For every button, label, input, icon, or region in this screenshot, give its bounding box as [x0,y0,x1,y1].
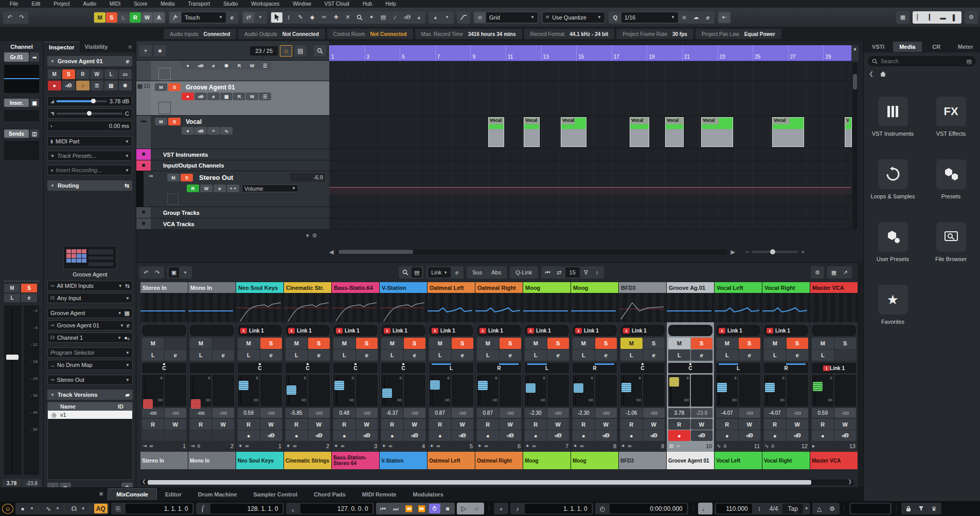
hand-tool[interactable]: ✦ [366,12,377,23]
strip-read-button[interactable]: R [333,419,355,430]
peak-value[interactable]: -oo [452,408,474,418]
punch-in-icon[interactable]: ◕ [495,504,507,513]
strip-solo-button[interactable]: S [691,338,713,349]
goto-next-marker-button[interactable]: ⏭ [390,504,402,513]
strip-read-button[interactable]: R [142,419,164,430]
mix-undo-button[interactable]: ↶ [141,267,151,278]
strip-listen-button[interactable]: L [525,349,547,361]
strip-fader[interactable]: 600 [668,375,690,407]
strip-monitor-button[interactable]: ◃Ɵ [595,430,617,441]
fader-cap[interactable] [430,380,440,390]
media-tile-favorites[interactable]: ★Favorites [867,285,919,325]
fader-cap[interactable] [765,383,775,392]
strip-monitor-button[interactable]: ◃Ɵ [547,430,569,441]
menu-media[interactable]: Media [154,1,181,7]
strip-fader[interactable]: 600 [381,375,403,407]
strip-mute-button[interactable]: M [716,338,738,349]
instrument-slot[interactable] [158,102,171,114]
fader-value[interactable]: 0.87 [477,408,499,418]
secondary-time-display[interactable]: 0:00:00.000 [610,504,687,513]
automation-edit-button[interactable]: e [226,12,238,23]
mute-tool[interactable]: ✕ [342,12,353,23]
strip-edit-button[interactable]: e [212,349,235,361]
use-quantize-dropdown[interactable]: ⌗ Use Quantize▼ [543,12,604,23]
instrument-button[interactable]: ▩ [220,93,233,100]
strip-name[interactable]: Stereo In [140,282,188,293]
freeze-button[interactable]: ✱ [119,81,132,90]
track-row-group-tracks[interactable]: ■ Group Tracks [136,207,329,218]
arrange-vscrollbar[interactable] [852,63,858,229]
project-window-icon[interactable]: ▦ [897,12,908,23]
input-transformer-icon[interactable]: ⇆ [125,283,130,289]
media-tile-loops-samples[interactable]: Loops & Samples [867,159,919,199]
zoom-slider[interactable] [752,251,798,253]
lock-button[interactable]: ⚿ [91,81,104,90]
automation-a-button[interactable]: A [153,12,165,23]
strip-listen-button[interactable]: L [142,349,164,361]
quantize-value-dropdown[interactable]: 1/16▼ [621,12,678,23]
tab-sampler-control[interactable]: Sampler Control [245,489,306,500]
strip-eq-curve[interactable] [284,293,331,322]
strip-write-button[interactable]: W [356,419,378,430]
vocal-clip[interactable]: Vocal [630,117,649,147]
strip-write-button[interactable]: W [500,419,522,430]
zoom-palette-icon[interactable]: ∇ [581,267,591,278]
folder-name[interactable]: Group Tracks [163,210,200,216]
inspector-slot-button[interactable]: ▭ [119,69,132,79]
fader-value[interactable]: 0.59 [238,408,260,418]
bottom-zone-toggle[interactable]: ▬ [937,12,949,23]
use-track-preset-button[interactable]: ★ [154,45,166,57]
strip-mute-button[interactable]: M [668,338,690,349]
bank-prev-button[interactable]: ⏮ [543,267,553,278]
automation-w-button[interactable]: W [141,12,153,23]
strip-eq-curve[interactable] [619,293,666,322]
strip-name[interactable]: Oatmeal Right [475,282,523,293]
inspector-track-header[interactable]: ▼ Groove Agent 01 e [47,56,132,66]
fader-cap[interactable] [334,381,344,390]
status-chip[interactable]: Control RoomNot Connected [327,29,413,39]
strip-listen-button[interactable]: L [668,349,690,361]
fader-cap[interactable] [813,382,823,391]
strip-channel-label[interactable]: Bass-Station-Stereo 64 [332,452,379,469]
strip-listen-button[interactable]: L [477,349,499,361]
fader-value[interactable]: 3.78 [668,408,690,418]
channel-edit-button[interactable]: e [21,293,37,302]
channel-fader-value[interactable]: 3.78 [2,479,21,488]
record-button[interactable]: ● [182,62,194,69]
strip-read-button[interactable]: R [764,419,786,430]
strip-fader[interactable]: 600 [190,375,211,407]
peak-value[interactable]: -oo [739,408,761,418]
sends-slot[interactable] [4,141,39,160]
strip-record-button[interactable]: ● [668,430,690,441]
strip-read-button[interactable]: R [238,419,260,430]
mute-button[interactable]: M [155,83,167,91]
tab-drum-machine[interactable]: Drum Machine [190,489,245,500]
strip-edit-button[interactable]: e [356,349,378,361]
mixer-strip-moog[interactable]: Moog1Link 1MSLeR600-2.30-ooRW●◃Ɵ✶∞8Moog [571,282,619,469]
strip-channel-label[interactable]: Oatmeal Right [475,452,523,469]
strip-listen-button[interactable]: L [764,349,786,361]
record-mode-icon[interactable]: ● [17,504,28,513]
close-lower-zone-button[interactable]: ✕ [95,488,108,500]
tab-chord-pads[interactable]: Chord Pads [306,489,354,500]
record-button[interactable]: ● [182,127,194,135]
primary-time-display[interactable]: 1. 1. 1. 0 [525,504,592,513]
strip-record-button[interactable]: ● [716,430,738,441]
track-row-stereo-out[interactable]: ⇒ M S Stereo Out -6.9 R W e ⚬⚬ Volume▼ [136,171,329,207]
track-name[interactable]: Groove Agent 01 [186,84,235,91]
status-chip[interactable]: Project Pan LawEqual Power [696,29,781,39]
strip-channel-label[interactable]: Moog [571,452,618,469]
strip-listen-button[interactable]: L [429,349,451,361]
inspector-menu-icon[interactable]: ≡ [129,44,136,50]
zoom-in-button[interactable]: + [801,249,804,255]
strip-monitor-button[interactable]: ◃Ɵ [308,430,330,441]
vocal-clip[interactable]: Vocal [845,117,852,147]
fader-value[interactable]: 0.87 [429,408,451,418]
strip-link-indicator[interactable]: 1Link 1 [238,325,282,336]
fader-value[interactable]: -6.37 [381,408,403,418]
track-row-vst-instruments[interactable]: ■ VST Instruments [136,149,329,160]
monitor-button[interactable]: ◃Ɵ [62,81,76,90]
tab-mixconsole[interactable]: MixConsole [108,488,157,500]
channel-peak-value[interactable]: -23.8 [22,479,41,488]
midi-note-button[interactable]: ♪ [76,81,90,90]
